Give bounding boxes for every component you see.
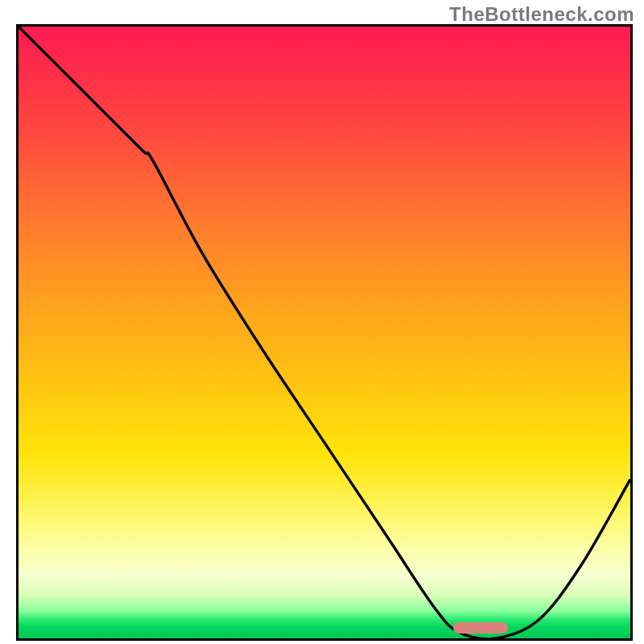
chart-frame: TheBottleneck.com: [0, 0, 644, 644]
bottleneck-curve: [19, 27, 630, 638]
plot-area: [16, 24, 633, 641]
watermark-text: TheBottleneck.com: [449, 3, 634, 26]
curve-path: [19, 27, 630, 638]
optimal-range-marker: [453, 622, 508, 634]
